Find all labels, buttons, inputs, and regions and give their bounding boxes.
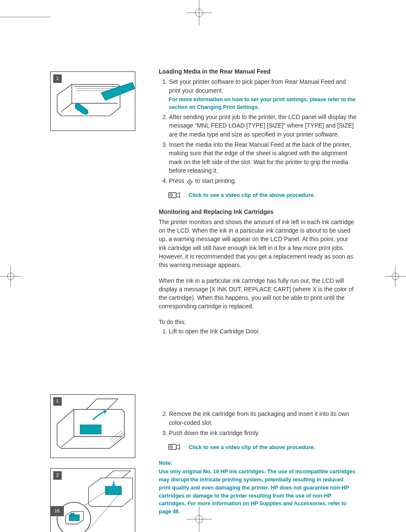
list-item: Insert the media into the Rear Manual Fe…	[169, 140, 357, 175]
note-heading: Note:	[159, 459, 357, 467]
cropmark-top-left	[0, 13, 50, 21]
video-link-text: Click to see a video clip of the above p…	[189, 191, 315, 199]
list-item: After sending your print job to the prin…	[169, 113, 357, 139]
svg-rect-13	[80, 425, 101, 434]
steps-list: Remove the ink cartridge from its packag…	[159, 410, 357, 437]
list-item: Remove the ink cartridge from its packag…	[169, 410, 357, 427]
list-item: Lift to open the Ink Cartridge Door.	[169, 327, 357, 336]
paragraph: The printer monitors and shows the amoun…	[159, 218, 357, 270]
note-body: Use only original No. 10 HP ink cartridg…	[159, 468, 357, 516]
svg-rect-14	[106, 486, 122, 495]
printer-lift-door-illustration	[51, 395, 135, 458]
section-heading: Loading Media in the Rear Manual Feed	[159, 67, 357, 76]
page-content: 1 1	[50, 67, 357, 532]
figure-insert-cartridge: 2	[50, 468, 135, 532]
steps-list: Lift to open the Ink Cartridge Door.	[159, 327, 357, 336]
svg-point-23	[170, 446, 172, 448]
printer-rear-feed-illustration	[51, 72, 135, 131]
paragraph: When the ink in a particular ink cartrid…	[159, 276, 357, 311]
cropmark-right-center	[385, 266, 406, 287]
figure-rear-feed: 1	[50, 71, 135, 131]
figure-tag: 1	[53, 397, 62, 406]
cropmark-left-center	[0, 266, 21, 287]
video-camera-icon	[168, 443, 181, 452]
text-column: Loading Media in the Rear Manual Feed Se…	[159, 67, 357, 516]
steps-list: Set your printer software to pick paper …	[159, 77, 357, 185]
page-number: 16	[50, 506, 64, 516]
step-text: Set your printer software to pick paper …	[169, 78, 346, 94]
video-camera-icon	[168, 191, 181, 200]
figure-tag: 2	[53, 471, 62, 480]
list-item: Press to start printing.	[169, 176, 357, 185]
svg-point-19	[189, 181, 190, 182]
section-heading: Monitoring and Replacing Ink Cartridges	[159, 208, 357, 216]
video-link-row[interactable]: Click to see a video clip of the above p…	[168, 443, 357, 452]
list-item: Push down the ink cartridge firmly.	[169, 429, 357, 437]
step-text-pre: Press	[169, 177, 186, 184]
video-link-text: Click to see a video clip of the above p…	[189, 444, 315, 452]
printer-insert-cartridge-illustration	[51, 469, 135, 532]
figure-column: 1 1	[50, 67, 144, 532]
figure-tag: 1	[53, 74, 62, 83]
paragraph: To do this:	[159, 318, 357, 326]
step-note: For more information on how to set your …	[169, 96, 357, 111]
step-text-post: to start printing.	[195, 177, 237, 184]
video-link-row[interactable]: Click to see a video clip of the above p…	[168, 191, 357, 200]
figure-lift-door: 1	[50, 394, 135, 458]
resume-button-icon	[187, 179, 193, 185]
svg-rect-18	[71, 513, 74, 516]
cropmark-top-center	[186, 0, 212, 26]
list-item: Set your printer software to pick paper …	[169, 77, 357, 111]
svg-point-21	[170, 194, 172, 196]
